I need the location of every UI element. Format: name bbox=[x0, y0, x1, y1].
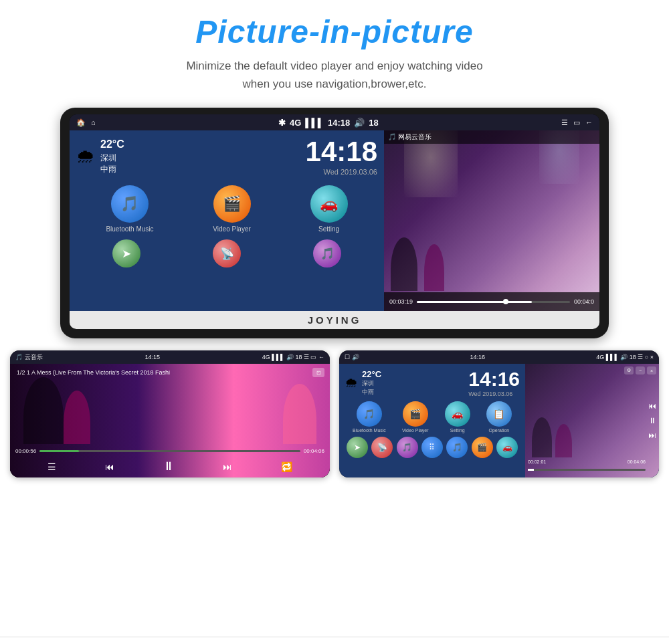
music-controls: ☰ ⏮ ⏸ ⏭ 🔁 bbox=[10, 459, 330, 473]
rb-clock: 14:16 bbox=[468, 368, 520, 391]
app-bluetooth-music[interactable]: 🎵 Bluetooth Music bbox=[106, 185, 153, 233]
progress-track[interactable] bbox=[417, 301, 570, 303]
setting-label: Setting bbox=[318, 225, 339, 233]
br-right-icons: 4G ▌▌▌ 🔊 18 ☰ ○ × bbox=[596, 354, 654, 360]
next-button[interactable]: ⏭ bbox=[223, 461, 232, 472]
video-time-end: 00:04:0 bbox=[574, 298, 594, 305]
network-icon: 4G bbox=[290, 118, 301, 128]
rb-video-progress-fill bbox=[528, 469, 534, 471]
bl-status-bar: 🎵 云音乐 14:15 4G ▌▌▌ 🔊 18 ☰ ▭ ← bbox=[10, 350, 330, 364]
full-date: 2019.03.06 bbox=[341, 168, 377, 176]
music-pip-button[interactable]: ⊡ bbox=[312, 368, 324, 377]
rb-city: 深圳 bbox=[362, 379, 381, 388]
video-player-icon[interactable]: 🎬 bbox=[213, 185, 251, 223]
video-background bbox=[384, 130, 599, 311]
clock-display: 14:18 bbox=[306, 136, 377, 168]
repeat-button[interactable]: 🔁 bbox=[281, 461, 292, 472]
rb-vid-figure-1 bbox=[532, 417, 552, 457]
rb-vid-icon[interactable]: 🎬 bbox=[472, 437, 493, 458]
day-name: Wed bbox=[323, 168, 338, 176]
menu-icon[interactable]: ☰ bbox=[561, 118, 568, 127]
rb-car-icon[interactable]: 🚗 bbox=[496, 437, 518, 458]
time-date-block: 14:18 Wed 2019.03.06 bbox=[306, 136, 377, 176]
rb-prev-btn[interactable]: ⏮ bbox=[648, 401, 656, 411]
rb-setting-label: Setting bbox=[450, 428, 465, 433]
rb-video-progress[interactable] bbox=[528, 469, 646, 471]
rb-minus-btn[interactable]: − bbox=[636, 366, 645, 374]
app-video-player[interactable]: 🎬 Video Player bbox=[213, 185, 251, 233]
rb-close-btn[interactable]: × bbox=[647, 366, 656, 374]
right-panel-video: 🎵 网易云音乐 00:03:19 bbox=[384, 130, 599, 311]
rb-playback-controls: ⏮ ⏸ ⏭ bbox=[648, 401, 656, 440]
nav-icon[interactable]: ➤ bbox=[112, 239, 140, 267]
weather-time-row: 🌧 22°C 深圳 中雨 14:18 Wed bbox=[76, 136, 377, 176]
music-icon[interactable]: 🎵 bbox=[313, 239, 341, 267]
status-bar-left: 🏠 ⌂ bbox=[76, 118, 96, 127]
back-icon[interactable]: ← bbox=[585, 118, 593, 126]
rb-setting-icon[interactable]: 🚗 bbox=[445, 401, 470, 427]
bottom-left-panel: 🎵 云音乐 14:15 4G ▌▌▌ 🔊 18 ☰ ▭ ← 1/2 1 A Me… bbox=[10, 350, 330, 477]
rb-setting[interactable]: 🚗 Setting bbox=[445, 401, 470, 433]
bottom-divider bbox=[0, 637, 669, 637]
bluetooth-music-icon[interactable]: 🎵 bbox=[111, 185, 149, 223]
rb-operation-icon[interactable]: 📋 bbox=[486, 401, 512, 427]
bluetooth-music-label: Bluetooth Music bbox=[106, 225, 153, 233]
music-track[interactable] bbox=[39, 450, 300, 452]
bl-time: 14:15 bbox=[145, 354, 160, 360]
rb-nav-icon[interactable]: ➤ bbox=[347, 437, 368, 458]
rb-video-time-start: 00:02:01 bbox=[528, 459, 546, 464]
main-device: 🏠 ⌂ ✱ 4G ▌▌▌ 14:18 🔊 18 ☰ ▭ ← bbox=[60, 108, 609, 338]
rb-video-icon[interactable]: 🎬 bbox=[403, 401, 428, 427]
figure-2 bbox=[424, 244, 444, 291]
music-song-title: 1/2 1 A Mess (Live From The Victoria's S… bbox=[17, 369, 296, 376]
rb-pause-btn[interactable]: ⏸ bbox=[648, 416, 656, 425]
status-bar-center: ✱ 4G ▌▌▌ 14:18 🔊 18 bbox=[278, 118, 379, 128]
rb-video-time-end: 00:04:06 bbox=[628, 459, 646, 464]
app-setting[interactable]: 🚗 Setting bbox=[310, 185, 348, 233]
rb-bt-icon[interactable]: 🎵 bbox=[446, 437, 468, 458]
rb-grid-icon[interactable]: ⠿ bbox=[421, 437, 443, 458]
playlist-button[interactable]: ☰ bbox=[47, 461, 56, 472]
bluetooth-icon: ✱ bbox=[278, 118, 286, 128]
rb-operation[interactable]: 📋 Operation bbox=[486, 401, 512, 433]
window-icon[interactable]: ▭ bbox=[573, 118, 580, 127]
music-figure-3 bbox=[283, 384, 316, 444]
setting-icon[interactable]: 🚗 bbox=[310, 185, 348, 223]
pause-button[interactable]: ⏸ bbox=[163, 459, 175, 473]
music-time-current: 00:00:56 bbox=[15, 448, 36, 454]
app-icons-row-1: 🎵 Bluetooth Music 🎬 Video Player 🚗 Setti… bbox=[76, 185, 377, 233]
rb-bluetooth-label: Bluetooth Music bbox=[353, 428, 386, 433]
home-icon[interactable]: 🏠 bbox=[76, 118, 86, 127]
left-panel: 🌧 22°C 深圳 中雨 14:18 Wed bbox=[70, 130, 384, 311]
rb-next-btn[interactable]: ⏭ bbox=[648, 431, 656, 440]
music-screen: 1/2 1 A Mess (Live From The Victoria's S… bbox=[10, 364, 330, 477]
back-nav-icon[interactable]: ⌂ bbox=[91, 118, 96, 126]
rb-video-player[interactable]: 🎬 Video Player bbox=[402, 401, 429, 433]
city: 深圳 bbox=[100, 152, 124, 164]
main-status-bar: 🏠 ⌂ ✱ 4G ▌▌▌ 14:18 🔊 18 ☰ ▭ ← bbox=[70, 114, 599, 130]
temperature: 22°C bbox=[100, 137, 124, 152]
condition: 中雨 bbox=[100, 164, 124, 175]
rb-bluetooth-icon[interactable]: 🎵 bbox=[357, 401, 382, 427]
bl-icons: 4G ▌▌▌ 🔊 18 ☰ ▭ ← bbox=[262, 354, 324, 360]
rb-operation-label: Operation bbox=[489, 428, 510, 433]
device-frame: 🏠 ⌂ ✱ 4G ▌▌▌ 14:18 🔊 18 ☰ ▭ ← bbox=[60, 108, 609, 338]
radio-icon[interactable]: 📡 bbox=[213, 239, 241, 267]
br-time: 14:16 bbox=[470, 354, 486, 360]
rb-music-icon[interactable]: 🎵 bbox=[397, 437, 418, 458]
weather-info: 22°C 深圳 中雨 bbox=[100, 137, 124, 175]
rb-top-controls: ⚙ − × bbox=[624, 366, 656, 374]
bottom-panels: 🎵 云音乐 14:15 4G ▌▌▌ 🔊 18 ☰ ▭ ← 1/2 1 A Me… bbox=[10, 350, 659, 477]
video-app-name: 🎵 网易云音乐 bbox=[388, 133, 432, 140]
main-content-area: 🌧 22°C 深圳 中雨 14:18 Wed bbox=[70, 130, 599, 311]
rb-vid-figure-2 bbox=[555, 424, 572, 457]
bl-app-icon: 🎵 云音乐 bbox=[15, 353, 43, 362]
rb-bluetooth-music[interactable]: 🎵 Bluetooth Music bbox=[353, 401, 386, 433]
weather-icon: 🌧 bbox=[76, 145, 95, 167]
rb-weather-icon: 🌧 bbox=[345, 375, 358, 391]
rb-radio-icon[interactable]: 📡 bbox=[371, 437, 393, 458]
date-display: Wed 2019.03.06 bbox=[306, 168, 377, 176]
rb-settings-btn[interactable]: ⚙ bbox=[624, 366, 634, 374]
prev-button[interactable]: ⏮ bbox=[105, 461, 114, 472]
main-time-display: 14:18 bbox=[328, 118, 350, 128]
